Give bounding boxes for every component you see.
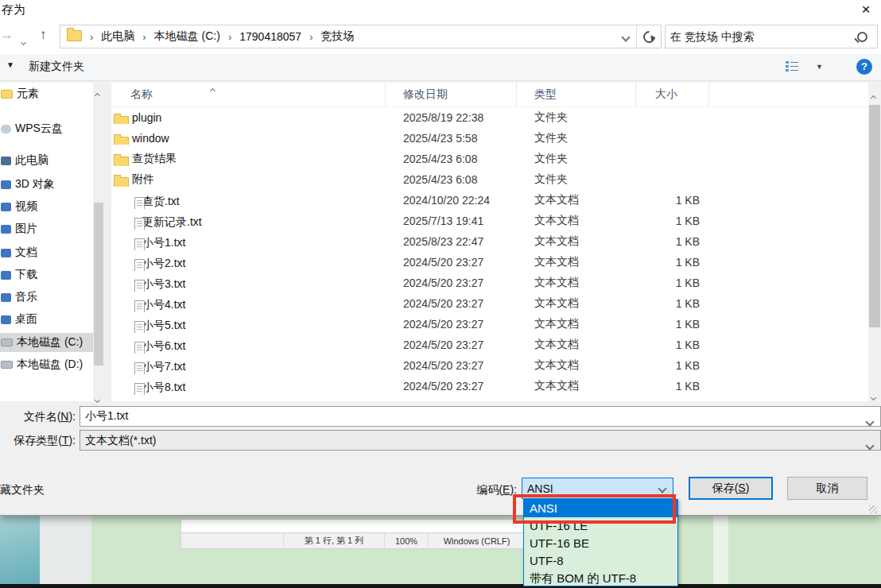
scroll-down-icon[interactable] bbox=[871, 389, 875, 403]
column-header-label: 修改日期 bbox=[403, 87, 448, 102]
file-size: 1 KB bbox=[636, 297, 709, 310]
refresh-icon[interactable] bbox=[636, 25, 661, 48]
savetype-select[interactable]: 文本文档(*.txt) bbox=[80, 430, 881, 451]
sidebar-item[interactable]: 本地磁盘 (C:) bbox=[0, 333, 93, 352]
file-type: 文件夹 bbox=[517, 172, 636, 187]
file-type: 文件夹 bbox=[517, 152, 636, 166]
sidebar-item[interactable]: 图片 bbox=[0, 219, 93, 238]
pictures-icon bbox=[1, 225, 11, 234]
file-name: 小号4.txt bbox=[142, 298, 185, 311]
file-name: 更新记录.txt bbox=[142, 215, 202, 228]
filename-input[interactable] bbox=[80, 406, 881, 427]
folder-icon bbox=[114, 157, 129, 166]
breadcrumb-item[interactable]: 本地磁盘 (C:) bbox=[154, 29, 220, 44]
encoding-option[interactable]: UTF-8 bbox=[524, 552, 677, 570]
column-header[interactable]: 大小 bbox=[636, 83, 709, 106]
wallpaper bbox=[0, 515, 40, 588]
sidebar-item[interactable]: 元素 bbox=[0, 84, 93, 103]
objects-3d-icon bbox=[1, 180, 11, 189]
file-date: 2024/5/20 23:27 bbox=[386, 256, 517, 269]
file-name: 附件 bbox=[132, 172, 154, 185]
encoding-label: 编码(E): bbox=[449, 483, 517, 497]
file-name: 小号8.txt bbox=[142, 381, 185, 393]
sidebar-item[interactable]: 桌面 bbox=[0, 310, 93, 329]
column-header[interactable]: 名称 bbox=[111, 83, 386, 106]
scrollbar-thumb[interactable] bbox=[869, 105, 880, 327]
file-type: 文本文档 bbox=[517, 358, 636, 373]
file-size: 1 KB bbox=[636, 256, 709, 269]
sidebar-item[interactable]: 本地磁盘 (D:) bbox=[0, 355, 93, 374]
breadcrumb-item[interactable]: 竞技场 bbox=[320, 29, 354, 44]
computer-icon bbox=[1, 157, 11, 165]
file-row[interactable]: 更新记录.txt2025/7/13 19:41文本文档1 KB bbox=[111, 211, 868, 231]
screen: 第 1 行, 第 1 列 100% Windows (CRLF) 存为 × → … bbox=[0, 0, 881, 588]
file-date: 2024/5/20 23:27 bbox=[386, 338, 517, 351]
scroll-up-icon[interactable] bbox=[95, 87, 99, 101]
help-button[interactable]: ? bbox=[856, 59, 872, 75]
file-row[interactable]: window2025/4/23 5:58文件夹 bbox=[111, 128, 868, 149]
address-bar[interactable]: ›此电脑›本地磁盘 (C:)›1790418057›竞技场 bbox=[60, 25, 662, 48]
up-button[interactable]: ↑ bbox=[40, 27, 47, 43]
recent-locations-chevron-icon[interactable] bbox=[21, 33, 25, 48]
filename-dropdown-icon[interactable] bbox=[867, 414, 873, 428]
notepad-status-bar: 第 1 行, 第 1 列 100% Windows (CRLF) bbox=[180, 532, 526, 549]
forward-button[interactable]: → bbox=[0, 27, 14, 43]
file-row[interactable]: 小号6.txt2024/5/20 23:27文本文档1 KB bbox=[111, 335, 868, 355]
file-row[interactable]: 附件2025/4/23 6:08文件夹 bbox=[111, 169, 868, 190]
file-row[interactable]: 小号3.txt2024/5/20 23:27文本文档1 KB bbox=[111, 273, 868, 293]
sidebar-item[interactable]: WPS云盘 bbox=[0, 119, 93, 138]
savetype-dropdown-icon[interactable] bbox=[867, 438, 873, 452]
view-options-icon[interactable] bbox=[786, 60, 798, 72]
file-row[interactable]: 小号2.txt2024/5/20 23:27文本文档1 KB bbox=[111, 252, 868, 273]
status-spacer bbox=[181, 533, 283, 548]
cancel-button[interactable]: 取消 bbox=[787, 477, 867, 500]
file-name: 小号7.txt bbox=[142, 360, 185, 373]
sidebar-item[interactable]: 文档 bbox=[0, 243, 93, 262]
file-row[interactable]: 小号7.txt2024/5/20 23:27文本文档1 KB bbox=[111, 355, 868, 376]
file-type: 文件夹 bbox=[517, 131, 636, 145]
file-row[interactable]: 查货结果2025/4/23 6:08文件夹 bbox=[111, 149, 868, 169]
text-file-icon bbox=[134, 259, 145, 271]
address-dropdown-icon[interactable] bbox=[615, 29, 636, 44]
column-header[interactable]: 类型 bbox=[517, 83, 636, 106]
close-button[interactable]: × bbox=[856, 0, 876, 19]
file-type: 文件夹 bbox=[517, 110, 636, 125]
sidebar-item[interactable]: 3D 对象 bbox=[0, 175, 93, 194]
hide-folders-button[interactable]: 藏文件夹 bbox=[0, 483, 45, 497]
sidebar-item[interactable]: 下载 bbox=[0, 265, 93, 284]
file-size: 1 KB bbox=[636, 338, 709, 351]
file-date: 2025/4/23 5:58 bbox=[386, 132, 517, 145]
sidebar-scrollbar[interactable] bbox=[93, 83, 104, 401]
scroll-down-icon[interactable] bbox=[95, 391, 99, 405]
view-dropdown-icon[interactable]: ▼ bbox=[816, 63, 823, 71]
file-row[interactable]: 小号4.txt2024/5/20 23:27文本文档1 KB bbox=[111, 293, 868, 314]
search-input[interactable] bbox=[666, 30, 857, 43]
file-row[interactable]: 查货.txt2024/10/20 22:24文本文档1 KB bbox=[111, 190, 868, 211]
sidebar-item[interactable]: 音乐 bbox=[0, 288, 93, 307]
column-header[interactable]: 修改日期 bbox=[386, 83, 517, 106]
file-row[interactable]: 小号1.txt2025/8/23 22:47文本文档1 KB bbox=[111, 231, 868, 252]
sidebar-item-label: 视频 bbox=[15, 199, 37, 214]
file-row[interactable]: 小号8.txt2024/5/20 23:27文本文档1 KB bbox=[111, 376, 868, 397]
file-row[interactable]: 小号5.txt2024/5/20 23:27文本文档1 KB bbox=[111, 314, 868, 335]
new-folder-button[interactable]: 新建文件夹 bbox=[29, 60, 84, 74]
encoding-option[interactable]: 带有 BOM 的 UTF-8 bbox=[524, 570, 677, 587]
sidebar-item-label: 元素 bbox=[17, 87, 39, 101]
sidebar-item[interactable]: 此电脑 bbox=[0, 151, 93, 170]
save-button[interactable]: 保存(S) bbox=[689, 477, 773, 500]
breadcrumb-item[interactable]: 此电脑 bbox=[101, 29, 134, 44]
column-header-label: 名称 bbox=[130, 87, 153, 102]
dialog-title: 存为 bbox=[2, 2, 25, 17]
text-file-icon bbox=[134, 321, 145, 333]
encoding-option[interactable]: UTF-16 BE bbox=[524, 535, 677, 552]
breadcrumb-item[interactable]: 1790418057 bbox=[239, 30, 301, 43]
file-list-scrollbar[interactable] bbox=[868, 83, 881, 401]
filename-label: 文件名(N): bbox=[0, 410, 76, 424]
scrollbar-thumb[interactable] bbox=[94, 203, 103, 366]
organize-dropdown-icon[interactable]: ▼ bbox=[6, 60, 14, 69]
scroll-up-icon[interactable] bbox=[871, 89, 875, 103]
file-row[interactable]: plugin2025/8/19 22:38文件夹 bbox=[111, 107, 868, 128]
resize-grip[interactable] bbox=[869, 505, 877, 513]
sidebar-item[interactable]: 视频 bbox=[0, 197, 93, 216]
breadcrumb: ›此电脑›本地磁盘 (C:)›1790418057›竞技场 bbox=[82, 29, 615, 44]
